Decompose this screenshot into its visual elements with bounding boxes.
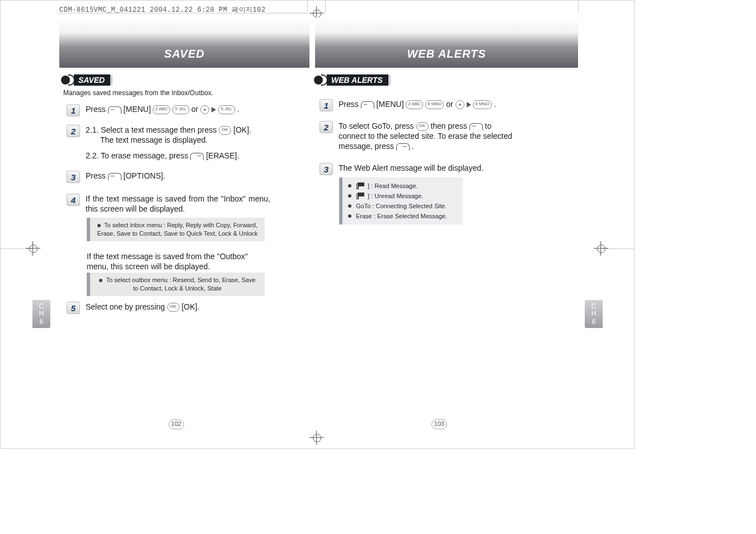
step-number-icon: 2 bbox=[320, 121, 333, 133]
step-number-icon: 4 bbox=[67, 194, 80, 206]
bullet-icon bbox=[348, 194, 351, 198]
outbox-intro: If the text message is saved from the "O… bbox=[87, 251, 260, 271]
nav-icon bbox=[200, 105, 209, 114]
key-2-icon: 2 ABC bbox=[406, 100, 423, 109]
left-softkey-icon bbox=[108, 173, 121, 180]
left-page-banner: SAVED bbox=[59, 17, 309, 68]
ok-key-icon: OK bbox=[416, 122, 429, 131]
trim-line bbox=[1, 249, 32, 249]
trim-line bbox=[307, 1, 308, 13]
note-inbox: To select inbox menu : Reply, Reply with… bbox=[87, 218, 265, 241]
right-softkey-icon bbox=[190, 153, 204, 160]
step-5-left: 5 Select one by pressing OK [OK]. bbox=[67, 302, 199, 314]
section-subtitle: Manages saved messages from the Inbox/Ou… bbox=[63, 89, 265, 97]
read-flag-icon: ✓ bbox=[358, 182, 365, 189]
step-number-icon: 1 bbox=[67, 104, 80, 116]
registration-mark-icon bbox=[309, 430, 324, 445]
left-banner-title: SAVED bbox=[59, 48, 309, 60]
key-6-icon: 6 MNO bbox=[473, 100, 491, 109]
bullet-icon bbox=[348, 184, 351, 188]
chapter-tab-right: CH6 bbox=[585, 300, 603, 328]
key-5-icon: 5 JKL bbox=[218, 105, 235, 114]
trim-line bbox=[603, 249, 634, 249]
bullet-icon bbox=[97, 224, 101, 227]
right-softkey-icon bbox=[396, 143, 410, 151]
chapter-tab-left: CH6 bbox=[32, 300, 50, 328]
step-2-right: 2 To select GoTo, press OK then press to… bbox=[320, 121, 518, 151]
web-alert-legend: [ ✓] : Read Message. [ ] : Unread Messag… bbox=[339, 177, 463, 224]
step-number-icon: 3 bbox=[320, 163, 333, 175]
step-1-left: 1 Press [MENU] 2 ABC 5 JKL or 5 JKL . bbox=[67, 104, 240, 116]
step-4-left: 4 If the text message is saved from the … bbox=[67, 194, 270, 214]
right-arrow-icon bbox=[467, 102, 471, 107]
right-banner-title: WEB ALERTS bbox=[315, 48, 578, 60]
step-3-left: 3 Press [OPTIONS]. bbox=[67, 171, 165, 183]
bullet-icon bbox=[99, 279, 102, 282]
step-1-right: 1 Press [MENU] 2 ABC 6 MNO or 6 MNO . bbox=[320, 99, 496, 111]
trim-line bbox=[59, 13, 307, 13]
ok-key-icon: OK bbox=[219, 126, 231, 135]
step-number-icon: 1 bbox=[320, 99, 333, 111]
step-number-icon: 3 bbox=[67, 171, 80, 183]
right-arrow-icon bbox=[212, 107, 216, 113]
section-head-saved: SAVED bbox=[61, 74, 112, 86]
left-softkey-icon bbox=[469, 123, 483, 130]
key-6-icon: 6 MNO bbox=[425, 100, 444, 109]
section-head-web-alerts: WEB ALERTS bbox=[314, 74, 391, 86]
right-page-banner: WEB ALERTS bbox=[315, 17, 578, 68]
left-softkey-icon bbox=[361, 101, 374, 109]
ok-key-icon: OK bbox=[167, 303, 180, 312]
trim-line bbox=[325, 1, 326, 13]
step-number-icon: 2 bbox=[67, 125, 80, 137]
note-outbox: To select outbox menu : Resend, Send to,… bbox=[87, 273, 265, 296]
step-number-icon: 5 bbox=[67, 302, 80, 314]
bullet-icon bbox=[348, 214, 351, 218]
left-softkey-icon bbox=[108, 106, 121, 114]
bullet-icon bbox=[348, 204, 351, 208]
trim-line bbox=[578, 1, 579, 13]
step-2-left: 2 2.1. Select a text message then press … bbox=[67, 125, 251, 161]
key-2-icon: 2 ABC bbox=[153, 105, 170, 114]
step-3-right: 3 The Web Alert message will be displaye… bbox=[320, 163, 483, 175]
key-5-icon: 5 JKL bbox=[172, 105, 189, 114]
unread-flag-icon bbox=[358, 193, 365, 199]
page-number-right: 103 bbox=[431, 419, 447, 429]
nav-icon bbox=[456, 100, 464, 109]
page-number-left: 102 bbox=[168, 419, 184, 429]
